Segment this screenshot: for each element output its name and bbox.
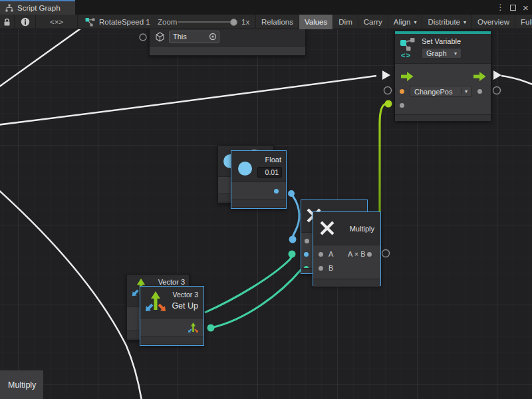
button-relations[interactable]: Relations (255, 15, 299, 29)
caret-down-icon: ▾ (451, 51, 461, 57)
node-operation: Get Up (172, 301, 198, 311)
variable-name-port[interactable] (400, 89, 404, 94)
float-icon (238, 162, 252, 176)
input-port-b[interactable] (319, 266, 323, 271)
lock-icon (3, 18, 11, 27)
flow-in-port-icon[interactable] (401, 72, 414, 81)
variable-name-dropdown[interactable]: ChangePos ▾ (410, 86, 471, 97)
tooltip-label: Multiply (8, 380, 36, 390)
float-output-port[interactable] (274, 189, 279, 194)
variable-output-port[interactable] (477, 89, 482, 94)
caret-down-icon: ▾ (461, 88, 471, 94)
vector3-icon (144, 290, 167, 313)
this-object-field[interactable]: This (169, 31, 219, 43)
flow-out-port-icon[interactable] (473, 72, 486, 81)
kebab-menu-icon[interactable]: ⋮ (494, 3, 507, 12)
code-brackets-icon: <> (401, 51, 411, 59)
tab-script-graph[interactable]: Script Graph (0, 0, 75, 15)
scope-value: Graph (422, 49, 451, 57)
title-bar: Script Graph ⋮ × (0, 0, 532, 15)
output-label: A × B (348, 250, 366, 258)
script-graph-icon (5, 4, 13, 12)
caret-down-icon: ▾ (464, 19, 466, 25)
node-title: Multiply (350, 225, 374, 233)
zoom-slider-track[interactable] (178, 21, 237, 23)
node-float-selected[interactable]: Float 0.01 (231, 150, 287, 209)
button-overview[interactable]: Overview (471, 15, 515, 29)
input-port-a[interactable] (319, 252, 323, 257)
close-icon[interactable]: × (519, 2, 532, 13)
multiply-icon (319, 219, 336, 237)
view-buttons-group: Relations Values Dim Carry Align ▾ Distr… (255, 15, 532, 29)
node-set-variable[interactable]: <> Set Variable Graph ▾ ChangePos ▾ (394, 31, 491, 121)
node-title: Set Variable (422, 37, 461, 45)
object-picker-icon[interactable] (209, 33, 217, 41)
input-a-label: A (329, 250, 333, 258)
node-this-event[interactable]: This (149, 27, 306, 56)
input-b-label: B (329, 264, 333, 272)
input-port-a[interactable] (305, 239, 309, 243)
button-carry[interactable]: Carry (358, 15, 388, 29)
code-toggle-button[interactable]: <×> (36, 15, 78, 29)
maximize-icon[interactable] (510, 5, 516, 11)
vector3-output-port-icon[interactable] (188, 322, 199, 333)
input-port-connected-float[interactable] (304, 252, 309, 257)
unity-visual-scripting-window: Float Float 0.01 Multiply (0, 0, 532, 399)
node-multiply-selected[interactable]: Multiply A A × B B (313, 211, 381, 286)
graph-node-icon (85, 17, 95, 27)
this-field-value: This (173, 33, 209, 41)
value-input-port[interactable] (400, 103, 404, 108)
gameobject-cube-icon (155, 32, 165, 42)
graph-reference-label: RotateSpeed 1 (99, 18, 150, 26)
graph-reference-breadcrumb[interactable]: RotateSpeed 1 (78, 15, 150, 29)
variable-name-value: ChangePos (410, 88, 461, 96)
node-title: Vector 3 (172, 291, 198, 299)
zoom-value: 1x (241, 15, 249, 29)
zoom-slider-handle[interactable] (230, 19, 237, 26)
multiply-tooltip: Multiply (0, 370, 43, 399)
button-align[interactable]: Align ▾ (388, 15, 422, 29)
node-title: Vector 3 (158, 278, 185, 286)
button-distribute[interactable]: Distribute ▾ (422, 15, 471, 29)
button-dim[interactable]: Dim (332, 15, 357, 29)
info-button[interactable] (15, 15, 36, 29)
graph-toolbar: <×> RotateSpeed 1 Zoom 1x Relations Valu… (0, 15, 532, 29)
button-full-screen[interactable]: Full Screen (515, 15, 532, 29)
node-vector3-get-up[interactable]: Vector 3 Get Up (140, 286, 204, 346)
variable-scope-dropdown[interactable]: Graph ▾ (422, 48, 462, 59)
caret-down-icon: ▾ (414, 19, 416, 25)
float-value-field[interactable]: 0.01 (257, 167, 282, 178)
info-icon (21, 17, 30, 27)
node-title: Float (265, 156, 281, 164)
output-port[interactable] (367, 252, 372, 257)
zoom-label: Zoom (158, 15, 177, 29)
set-variable-icon (400, 37, 417, 52)
lock-button[interactable] (0, 15, 15, 29)
tab-title: Script Graph (17, 4, 61, 12)
button-values[interactable]: Values (299, 15, 332, 29)
